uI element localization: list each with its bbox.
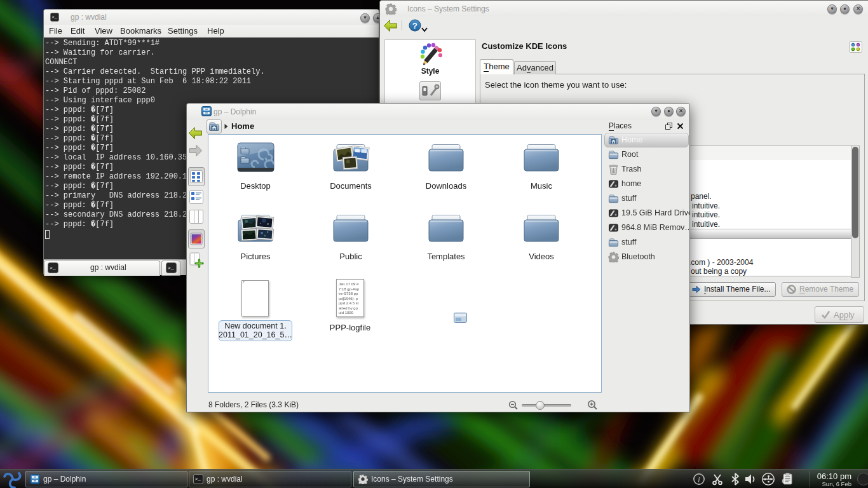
svg-text:i: i [698,475,700,484]
svg-text:>_: >_ [50,265,56,271]
svg-text:>_: >_ [195,477,201,482]
svg-text:?: ? [412,21,417,30]
svg-text:>_: >_ [168,265,174,271]
svg-text:>_: >_ [51,15,57,20]
